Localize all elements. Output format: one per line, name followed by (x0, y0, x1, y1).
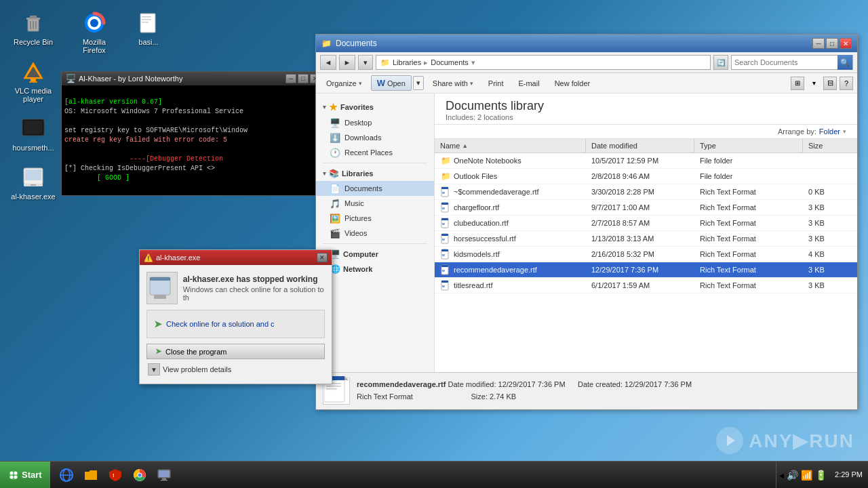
address-breadcrumb[interactable]: 📁 Libraries ▸ Documents ▾ (376, 55, 711, 70)
libraries-header[interactable]: ▾ 📚 Libraries (316, 166, 434, 181)
sidebar-item-recent[interactable]: 🕐 Recent Places (316, 145, 434, 160)
sidebar-item-downloads[interactable]: ⬇️ Downloads (316, 130, 434, 145)
table-row[interactable]: W ~$commendedaverage.rtf 3/30/2018 2:28 … (435, 184, 857, 200)
terminal-text-reg1: set registry key to SOFTWARE\Microsoft\W… (64, 127, 248, 134)
desktop-icon-recycle-bin[interactable]: Recycle Bin (7, 7, 60, 49)
tray-icon-2[interactable]: 📶 (801, 470, 812, 481)
documents-icon-sidebar: 📄 (330, 183, 340, 194)
desktop-icon-sidebar: 🖥️ (330, 117, 340, 128)
table-row[interactable]: W horsesuccessful.rtf 1/13/2018 3:13 AM … (435, 231, 857, 247)
desktop-icon-hours[interactable]: hoursmeth... (7, 113, 60, 155)
file-date-outlook: 2/8/2018 9:46 AM (586, 169, 694, 184)
desktop-icon-firefox[interactable]: Mozilla Firefox (68, 7, 121, 57)
sidebar-item-documents[interactable]: 📄 Documents (316, 181, 434, 196)
videos-label: Videos (344, 229, 367, 237)
table-row[interactable]: W titlesread.rtf 6/1/2017 1:59 AM Rich T… (435, 278, 857, 293)
svg-rect-13 (25, 169, 41, 180)
sidebar-item-music[interactable]: 🎵 Music (316, 196, 434, 211)
email-button[interactable]: E-mail (512, 77, 545, 90)
open-button[interactable]: W Open (371, 75, 412, 91)
col-size[interactable]: Size (803, 139, 857, 152)
close-program-button[interactable]: ➤ Close the program (146, 344, 325, 359)
taskbar-folder-icon[interactable] (80, 464, 102, 486)
table-row[interactable]: 📁 OneNote Notebooks 10/5/2017 12:59 PM F… (435, 153, 857, 169)
anyrun-logo-icon (716, 427, 743, 454)
folder-icon: 📁 (440, 171, 451, 182)
file-size-charge: 3 KB (803, 200, 857, 215)
toolbar-right: ⊞ ▾ ⊟ ? (791, 77, 853, 90)
recent-locations-btn[interactable]: ▾ (358, 55, 373, 70)
sidebar-item-desktop[interactable]: 🖥️ Desktop (316, 115, 434, 130)
basil-label: basi... (138, 38, 158, 46)
docs-minimize-btn[interactable]: ─ (812, 38, 825, 49)
svg-point-64 (10, 471, 14, 474)
terminal-titlebar[interactable]: 🖥️ Al-Khaser - by Lord Noteworthy ─ □ ✕ (62, 72, 325, 85)
clock[interactable]: 2:29 PM (829, 470, 868, 480)
error-title-text: al-khaser.exe (156, 253, 200, 262)
table-row[interactable]: 📁 Outlook Files 2/8/2018 9:46 AM File fo… (435, 169, 857, 184)
details-pane-btn[interactable]: ⊟ (823, 77, 837, 90)
col-date[interactable]: Date modified (586, 139, 694, 152)
tray-icon-3[interactable]: 🔋 (815, 470, 827, 481)
error-titlebar[interactable]: ⚠️ al-khaser.exe ✕ (140, 250, 332, 265)
table-header: Name ▲ Date modified Type Size (435, 139, 857, 153)
view-arrow-btn[interactable]: ▾ (807, 77, 821, 90)
taskbar-chrome-icon[interactable] (129, 464, 151, 486)
taskbar-shield-icon[interactable]: ! (104, 464, 126, 486)
print-button[interactable]: Print (482, 77, 510, 90)
desktop-icon-alkhaser[interactable]: al-khaser.exe (7, 161, 60, 203)
view-options-btn[interactable]: ⊞ (791, 77, 804, 90)
forward-button[interactable]: ► (339, 55, 355, 70)
file-size-kids: 4 KB (803, 247, 857, 262)
terminal-minimize-btn[interactable]: ─ (285, 74, 296, 83)
desktop-icon-basil[interactable]: basi... (122, 7, 175, 49)
terminal-maximize-btn[interactable]: □ (298, 74, 309, 83)
new-folder-button[interactable]: New folder (549, 77, 597, 90)
help-btn[interactable]: ? (840, 77, 853, 90)
music-icon-sidebar: 🎵 (330, 198, 340, 209)
tray-icon-1[interactable]: 🔊 (787, 470, 798, 481)
sidebar-item-pictures[interactable]: 🖼️ Pictures (316, 211, 434, 226)
arrange-bar: Arrange by: Folder ▾ (435, 125, 857, 139)
table-row[interactable]: W kidsmodels.rtf 2/16/2018 5:32 PM Rich … (435, 247, 857, 262)
error-close-btn[interactable]: ✕ (317, 253, 328, 262)
computer-header[interactable]: ▶ 🖥️ Computer (316, 247, 434, 262)
hours-icon (20, 115, 47, 142)
error-win-controls: ✕ (317, 253, 328, 262)
table-row[interactable]: W clubeducation.rtf 2/7/2018 8:57 AM Ric… (435, 216, 857, 231)
desktop-icon-vlc[interactable]: VLC media player (7, 56, 60, 106)
rtf-icon: W (440, 249, 451, 260)
search-button[interactable]: 🔍 (837, 55, 852, 70)
svg-rect-50 (441, 265, 448, 267)
start-button[interactable]: Start (0, 462, 50, 489)
favorites-header[interactable]: ▾ ★ Favorites (316, 99, 434, 115)
col-name[interactable]: Name ▲ (435, 139, 586, 152)
organize-button[interactable]: Organize (320, 77, 368, 90)
taskbar-ie-icon[interactable] (56, 464, 77, 486)
svg-rect-32 (150, 277, 170, 281)
share-with-button[interactable]: Share with (427, 77, 479, 90)
view-details-toggle[interactable]: ▼ View problem details (146, 362, 325, 377)
taskbar-monitor-icon[interactable] (153, 464, 175, 486)
search-input[interactable] (732, 58, 837, 66)
back-button[interactable]: ◄ (320, 55, 336, 70)
svg-rect-29 (142, 19, 151, 20)
open-arrow-btn[interactable]: ▾ (413, 76, 424, 90)
sort-icon: ▲ (462, 142, 468, 149)
arrange-dropdown[interactable]: Folder (819, 127, 840, 136)
col-type[interactable]: Type (694, 139, 803, 152)
network-header[interactable]: ▶ 🌐 Network (316, 262, 434, 277)
table-row[interactable]: W chargefloor.rtf 9/7/2017 1:00 AM Rich … (435, 200, 857, 216)
docs-maximize-btn[interactable]: □ (826, 38, 838, 49)
svg-rect-9 (29, 81, 37, 83)
sidebar-item-videos[interactable]: 🎬 Videos (316, 226, 434, 241)
table-row-selected[interactable]: W recommendedaverage.rtf 12/29/2017 7:36… (435, 262, 857, 278)
terminal-window: 🖥️ Al-Khaser - by Lord Noteworthy ─ □ ✕ … (61, 71, 326, 196)
docs-close-btn[interactable]: ✕ (840, 38, 852, 49)
check-online-option[interactable]: ➤ Check online for a solution and c (153, 316, 319, 332)
terminal-icon: 🖥️ (66, 74, 76, 83)
tray-arrow-btn[interactable]: ◂ (779, 470, 784, 481)
basil-icon (135, 9, 162, 37)
refresh-btn[interactable]: 🔄 (713, 55, 728, 70)
docs-titlebar[interactable]: 📁 Documents ─ □ ✕ (316, 35, 857, 52)
